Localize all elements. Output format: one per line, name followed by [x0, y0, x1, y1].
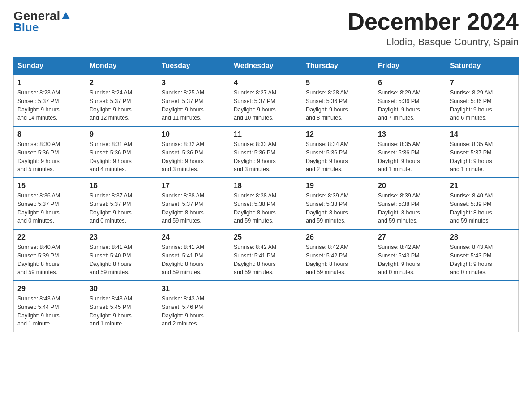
logo-blue-text: Blue: [13, 21, 39, 34]
day-number: 9: [90, 130, 154, 138]
day-number: 25: [234, 233, 298, 241]
day-number: 8: [17, 130, 82, 138]
day-info: Sunrise: 8:39 AMSunset: 5:38 PMDaylight:…: [306, 192, 370, 225]
calendar-cell: 15Sunrise: 8:36 AMSunset: 5:37 PMDayligh…: [14, 178, 86, 229]
day-number: 30: [90, 285, 154, 293]
day-number: 1: [17, 79, 82, 87]
day-info: Sunrise: 8:32 AMSunset: 5:36 PMDaylight:…: [162, 140, 226, 174]
day-number: 18: [234, 182, 298, 190]
calendar-cell: 30Sunrise: 8:43 AMSunset: 5:45 PMDayligh…: [86, 281, 158, 332]
calendar-cell: 13Sunrise: 8:35 AMSunset: 5:36 PMDayligh…: [374, 126, 446, 178]
day-info: Sunrise: 8:29 AMSunset: 5:36 PMDaylight:…: [450, 89, 515, 122]
calendar-cell: 6Sunrise: 8:29 AMSunset: 5:36 PMDaylight…: [374, 75, 446, 126]
day-info: Sunrise: 8:34 AMSunset: 5:36 PMDaylight:…: [306, 140, 370, 174]
day-info: Sunrise: 8:30 AMSunset: 5:36 PMDaylight:…: [17, 140, 82, 174]
day-info: Sunrise: 8:37 AMSunset: 5:37 PMDaylight:…: [90, 192, 154, 225]
col-sunday: Sunday: [14, 57, 86, 75]
calendar-cell: 12Sunrise: 8:34 AMSunset: 5:36 PMDayligh…: [302, 126, 374, 178]
day-number: 26: [306, 233, 370, 241]
calendar-cell: [302, 281, 374, 332]
calendar-table: Sunday Monday Tuesday Wednesday Thursday…: [13, 57, 519, 332]
day-info: Sunrise: 8:27 AMSunset: 5:37 PMDaylight:…: [234, 89, 298, 122]
col-monday: Monday: [86, 57, 158, 75]
day-number: 2: [90, 79, 154, 87]
col-tuesday: Tuesday: [158, 57, 230, 75]
day-number: 17: [162, 182, 226, 190]
day-number: 20: [378, 182, 442, 190]
calendar-cell: 20Sunrise: 8:39 AMSunset: 5:38 PMDayligh…: [374, 178, 446, 229]
calendar-title: December 2024: [348, 9, 519, 34]
day-number: 24: [162, 233, 226, 241]
calendar-header-row: Sunday Monday Tuesday Wednesday Thursday…: [14, 57, 519, 75]
day-info: Sunrise: 8:41 AMSunset: 5:41 PMDaylight:…: [162, 243, 226, 277]
calendar-week-3: 15Sunrise: 8:36 AMSunset: 5:37 PMDayligh…: [14, 178, 519, 229]
calendar-cell: 2Sunrise: 8:24 AMSunset: 5:37 PMDaylight…: [86, 75, 158, 126]
day-info: Sunrise: 8:39 AMSunset: 5:38 PMDaylight:…: [378, 192, 442, 225]
calendar-week-2: 8Sunrise: 8:30 AMSunset: 5:36 PMDaylight…: [14, 126, 519, 178]
calendar-cell: 9Sunrise: 8:31 AMSunset: 5:36 PMDaylight…: [86, 126, 158, 178]
col-thursday: Thursday: [302, 57, 374, 75]
day-number: 19: [306, 182, 370, 190]
day-number: 14: [450, 130, 515, 138]
day-number: 7: [450, 79, 515, 87]
calendar-cell: 3Sunrise: 8:25 AMSunset: 5:37 PMDaylight…: [158, 75, 230, 126]
calendar-cell: 1Sunrise: 8:23 AMSunset: 5:37 PMDaylight…: [14, 75, 86, 126]
day-number: 21: [450, 182, 515, 190]
day-info: Sunrise: 8:43 AMSunset: 5:45 PMDaylight:…: [90, 295, 154, 328]
day-info: Sunrise: 8:36 AMSunset: 5:37 PMDaylight:…: [17, 192, 82, 225]
day-number: 4: [234, 79, 298, 87]
day-info: Sunrise: 8:43 AMSunset: 5:46 PMDaylight:…: [162, 295, 226, 328]
calendar-cell: [374, 281, 446, 332]
calendar-cell: 23Sunrise: 8:41 AMSunset: 5:40 PMDayligh…: [86, 229, 158, 281]
calendar-subtitle: Llodio, Basque Country, Spain: [348, 36, 519, 48]
calendar-cell: [230, 281, 302, 332]
day-number: 13: [378, 130, 442, 138]
calendar-week-4: 22Sunrise: 8:40 AMSunset: 5:39 PMDayligh…: [14, 229, 519, 281]
page-header: General Blue December 2024 Llodio, Basqu…: [13, 9, 519, 48]
day-info: Sunrise: 8:42 AMSunset: 5:43 PMDaylight:…: [378, 243, 442, 277]
calendar-cell: 11Sunrise: 8:33 AMSunset: 5:36 PMDayligh…: [230, 126, 302, 178]
title-area: December 2024 Llodio, Basque Country, Sp…: [348, 9, 519, 48]
day-number: 6: [378, 79, 442, 87]
day-info: Sunrise: 8:40 AMSunset: 5:39 PMDaylight:…: [17, 243, 82, 277]
day-number: 11: [234, 130, 298, 138]
day-info: Sunrise: 8:28 AMSunset: 5:36 PMDaylight:…: [306, 89, 370, 122]
day-info: Sunrise: 8:42 AMSunset: 5:41 PMDaylight:…: [234, 243, 298, 277]
day-info: Sunrise: 8:35 AMSunset: 5:36 PMDaylight:…: [378, 140, 442, 174]
col-saturday: Saturday: [446, 57, 519, 75]
calendar-cell: 28Sunrise: 8:43 AMSunset: 5:43 PMDayligh…: [446, 229, 519, 281]
day-number: 12: [306, 130, 370, 138]
day-info: Sunrise: 8:31 AMSunset: 5:36 PMDaylight:…: [90, 140, 154, 174]
calendar-cell: 19Sunrise: 8:39 AMSunset: 5:38 PMDayligh…: [302, 178, 374, 229]
day-number: 3: [162, 79, 226, 87]
col-friday: Friday: [374, 57, 446, 75]
calendar-cell: 25Sunrise: 8:42 AMSunset: 5:41 PMDayligh…: [230, 229, 302, 281]
calendar-cell: 27Sunrise: 8:42 AMSunset: 5:43 PMDayligh…: [374, 229, 446, 281]
calendar-week-5: 29Sunrise: 8:43 AMSunset: 5:44 PMDayligh…: [14, 281, 519, 332]
calendar-cell: 7Sunrise: 8:29 AMSunset: 5:36 PMDaylight…: [446, 75, 519, 126]
day-number: 15: [17, 182, 82, 190]
calendar-cell: 18Sunrise: 8:38 AMSunset: 5:38 PMDayligh…: [230, 178, 302, 229]
calendar-cell: 17Sunrise: 8:38 AMSunset: 5:37 PMDayligh…: [158, 178, 230, 229]
day-info: Sunrise: 8:33 AMSunset: 5:36 PMDaylight:…: [234, 140, 298, 174]
calendar-cell: 8Sunrise: 8:30 AMSunset: 5:36 PMDaylight…: [14, 126, 86, 178]
day-info: Sunrise: 8:38 AMSunset: 5:38 PMDaylight:…: [234, 192, 298, 225]
day-number: 27: [378, 233, 442, 241]
calendar-cell: 10Sunrise: 8:32 AMSunset: 5:36 PMDayligh…: [158, 126, 230, 178]
day-info: Sunrise: 8:43 AMSunset: 5:43 PMDaylight:…: [450, 243, 515, 277]
calendar-cell: 16Sunrise: 8:37 AMSunset: 5:37 PMDayligh…: [86, 178, 158, 229]
calendar-cell: 5Sunrise: 8:28 AMSunset: 5:36 PMDaylight…: [302, 75, 374, 126]
day-info: Sunrise: 8:41 AMSunset: 5:40 PMDaylight:…: [90, 243, 154, 277]
calendar-week-1: 1Sunrise: 8:23 AMSunset: 5:37 PMDaylight…: [14, 75, 519, 126]
col-wednesday: Wednesday: [230, 57, 302, 75]
calendar-cell: 4Sunrise: 8:27 AMSunset: 5:37 PMDaylight…: [230, 75, 302, 126]
calendar-cell: [446, 281, 519, 332]
day-info: Sunrise: 8:43 AMSunset: 5:44 PMDaylight:…: [17, 295, 82, 328]
day-number: 29: [17, 285, 82, 293]
calendar-cell: 21Sunrise: 8:40 AMSunset: 5:39 PMDayligh…: [446, 178, 519, 229]
day-number: 31: [162, 285, 226, 293]
calendar-cell: 22Sunrise: 8:40 AMSunset: 5:39 PMDayligh…: [14, 229, 86, 281]
logo: General Blue: [13, 9, 71, 34]
logo-triangle-icon: [62, 12, 70, 19]
day-info: Sunrise: 8:24 AMSunset: 5:37 PMDaylight:…: [90, 89, 154, 122]
